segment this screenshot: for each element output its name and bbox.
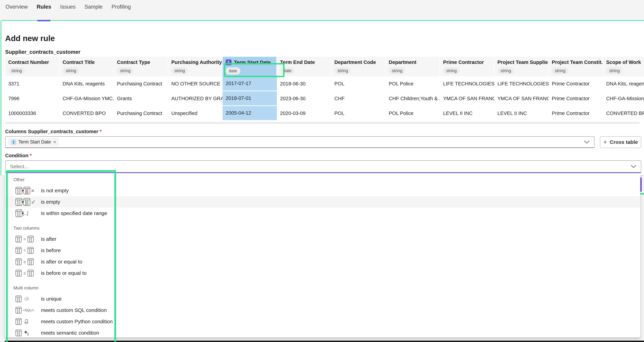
table-cell: Grants bbox=[114, 91, 168, 106]
table-cell: POL bbox=[331, 106, 386, 121]
column-header[interactable]: Contract Number string bbox=[5, 57, 60, 76]
column-header[interactable]: 1Term Start Date date bbox=[222, 57, 277, 76]
column-type-chip: string bbox=[443, 67, 460, 74]
menu-section: Other × is not empty ✓ is empty bbox=[5, 177, 640, 219]
condition-option[interactable]: ≥ is after or equal to bbox=[5, 256, 640, 267]
condition-option[interactable]: [...] is within specified date range bbox=[5, 208, 640, 219]
condition-option[interactable]: meets custom Python condition bbox=[5, 316, 640, 327]
table-cell: LEVEL II INC bbox=[440, 106, 494, 121]
condition-option[interactable]: ✓ is empty bbox=[5, 196, 640, 208]
column-header[interactable]: Project Team Supplier string bbox=[494, 57, 549, 76]
table-cell: DNA Kits, reagents bbox=[60, 76, 114, 91]
table-cell: Prime Contractor bbox=[549, 91, 603, 106]
is-not-empty-icon: × bbox=[16, 187, 41, 194]
column-order-badge: 1 bbox=[11, 139, 16, 145]
table-header-row: Contract Number string Contract Title st… bbox=[5, 57, 644, 76]
condition-field-label: Condition* bbox=[5, 153, 32, 158]
condition-option[interactable]: <SQL/> meets custom SQL condition bbox=[5, 305, 640, 316]
column-type-chip: string bbox=[171, 67, 188, 74]
columns-select[interactable]: 1 Term Start Date × bbox=[5, 136, 594, 148]
table-horizontal-scrollbar[interactable] bbox=[5, 122, 640, 124]
tab-overview[interactable]: Overview bbox=[6, 4, 28, 20]
condition-option[interactable]: ≤ is before or equal to bbox=[5, 267, 640, 279]
chevron-down-icon bbox=[630, 165, 636, 168]
table-cell: POL Police bbox=[386, 106, 440, 121]
semantic-icon bbox=[16, 330, 41, 336]
table-cell: Unspecified bbox=[168, 106, 222, 121]
tab-sample[interactable]: Sample bbox=[84, 4, 102, 20]
table-cell: NO OTHER SOURCE bbox=[168, 76, 222, 91]
tab-issues[interactable]: Issues bbox=[60, 4, 76, 20]
condition-option[interactable]: is unique bbox=[5, 293, 640, 305]
column-type-chip: string bbox=[552, 67, 568, 74]
column-header[interactable]: Term End Date date bbox=[277, 57, 331, 76]
tab-rules[interactable]: Rules bbox=[37, 4, 51, 20]
columns-field-label: Columns Supplier_contracts_customer* bbox=[5, 129, 102, 134]
sql-icon: <SQL/> bbox=[16, 307, 41, 314]
table-cell: POL bbox=[331, 76, 386, 91]
table-cell: LIFE TECHNOLOGIES C... bbox=[494, 76, 549, 91]
column-header[interactable]: Contract Title string bbox=[60, 57, 114, 76]
condition-dropdown-menu: Other × is not empty ✓ is empty bbox=[5, 174, 640, 337]
gte-icon: ≥ bbox=[16, 258, 41, 265]
python-icon bbox=[16, 318, 41, 325]
table-row: 1000003336CONVERTED BPOPurchasing Contra… bbox=[5, 106, 644, 121]
condition-option[interactable]: < is before bbox=[5, 245, 640, 256]
table-cell: LEVEL II INC bbox=[494, 106, 549, 121]
condition-select[interactable]: Select... bbox=[5, 160, 641, 173]
column-header[interactable]: Prime Contractor string bbox=[440, 57, 494, 76]
column-header[interactable]: Project Team Constit... string bbox=[549, 57, 603, 76]
menu-section-label: Other bbox=[5, 177, 640, 183]
gt-icon: > bbox=[16, 236, 41, 243]
tab-profiling[interactable]: Profiling bbox=[112, 4, 131, 20]
column-type-chip: string bbox=[8, 67, 25, 74]
table-cell: Prime Contractor bbox=[549, 76, 603, 91]
column-header[interactable]: Scope of Work string bbox=[603, 57, 644, 76]
chevron-down-icon bbox=[584, 140, 590, 144]
table-cell: 2017-07-17 bbox=[222, 76, 277, 91]
tab-bar: OverviewRulesIssuesSampleProfiling bbox=[0, 0, 644, 20]
column-header[interactable]: Department string bbox=[386, 57, 440, 76]
table-cell: 2020-03-09 bbox=[277, 106, 331, 121]
lt-icon: < bbox=[16, 247, 41, 254]
condition-option[interactable]: meets semantic condition bbox=[5, 327, 640, 337]
is-empty-icon: ✓ bbox=[16, 198, 41, 206]
column-type-chip: string bbox=[62, 67, 79, 74]
required-asterisk: * bbox=[100, 129, 102, 134]
table-cell: CHF-GA-Mission YMC... bbox=[60, 91, 114, 106]
table-cell: 2005-04-12 bbox=[222, 106, 277, 121]
condition-option[interactable]: × is not empty bbox=[5, 185, 640, 196]
column-order-badge: 1 bbox=[226, 59, 232, 65]
table-cell: POL Police bbox=[386, 76, 440, 91]
window-bottom-edge bbox=[5, 341, 644, 342]
menu-section-label: Two columns bbox=[5, 225, 640, 231]
table-name: Supplier_contracts_customer bbox=[5, 49, 80, 55]
table-cell: Prime Contractor bbox=[549, 106, 603, 121]
table-cell: 3371 bbox=[5, 76, 60, 91]
selected-column-chip[interactable]: 1 Term Start Date × bbox=[8, 138, 59, 146]
table-row: 3371DNA Kits, reagentsPurchasing Contrac… bbox=[5, 76, 644, 91]
table-cell: CHF bbox=[331, 91, 386, 106]
condition-option[interactable]: > is after bbox=[5, 233, 640, 245]
table-cell: YMCA OF SAN FRANC... bbox=[494, 91, 549, 106]
column-type-chip: date bbox=[226, 67, 240, 74]
column-header[interactable]: Contract Type string bbox=[114, 57, 168, 76]
condition-placeholder: Select... bbox=[10, 164, 28, 169]
menu-section: Two columns > is after < is before bbox=[5, 225, 640, 279]
selected-column-label: Term Start Date bbox=[18, 139, 51, 145]
add-rule-card: Add new rule Supplier_contracts_customer… bbox=[1, 20, 644, 175]
table-cell: CHF-GA-Mission YMC... bbox=[603, 91, 644, 106]
column-header[interactable]: Purchasing Authority string bbox=[168, 57, 222, 76]
plus-icon: + bbox=[604, 139, 607, 145]
table-cell: AUTHORIZED BY GRA... bbox=[168, 91, 222, 106]
cross-table-button[interactable]: + Cross table bbox=[600, 136, 641, 148]
remove-column-icon[interactable]: × bbox=[53, 139, 56, 145]
date-range-icon: [...] bbox=[16, 210, 41, 217]
column-header[interactable]: Department Code string bbox=[331, 57, 386, 76]
lte-icon: ≤ bbox=[16, 270, 41, 277]
table-cell: CONVERTED BPO bbox=[603, 106, 644, 121]
table-cell: 7996 bbox=[5, 91, 60, 106]
table-cell: Purchasing Contract bbox=[114, 106, 168, 121]
table-cell: DNA Kits, reagents bbox=[603, 76, 644, 91]
column-type-chip: date bbox=[280, 67, 295, 74]
